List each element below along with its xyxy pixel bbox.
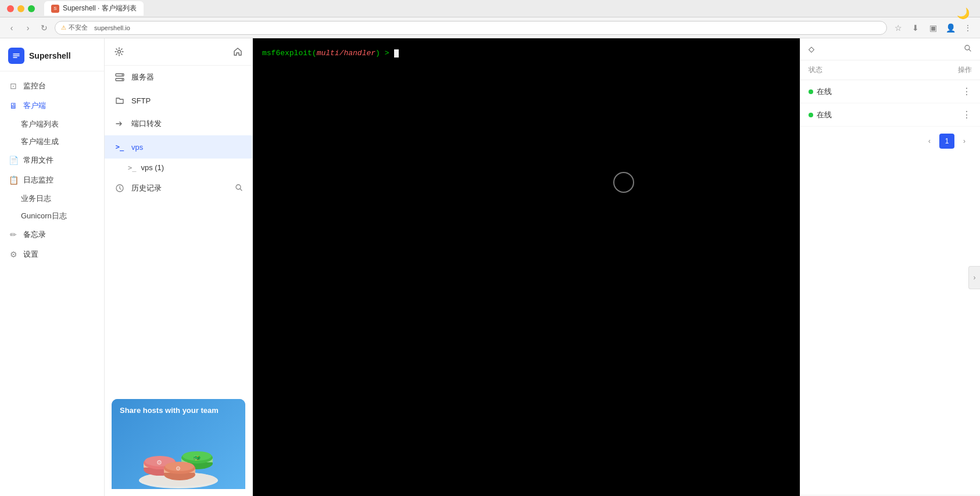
sidebar-label-biz-logs: 业务日志 [21, 193, 51, 204]
port-forward-label: 端口转发 [131, 118, 162, 129]
sidebar-label-logs: 日志监控 [23, 175, 53, 185]
row-actions-button[interactable]: ⋮ [962, 86, 972, 97]
sidebar-item-logs[interactable]: 📋 日志监控 [0, 170, 104, 190]
terminal-prompt: msf6 exploit( multi/handler ) > [262, 48, 791, 59]
address-url: supershell.io [94, 24, 130, 31]
minimize-button[interactable] [17, 5, 24, 12]
term-msf6: msf6 [262, 48, 280, 59]
servers-icon [114, 71, 126, 83]
vps-label: vps [131, 143, 143, 152]
profile-icon[interactable]: 👤 [944, 21, 957, 34]
sidebar-item-gunicorn-logs[interactable]: Gunicorn日志 [0, 207, 104, 225]
dark-mode-toggle[interactable]: 🌙 [954, 5, 972, 22]
sidebar-item-files[interactable]: 📄 常用文件 [0, 150, 104, 170]
close-button[interactable] [7, 5, 14, 12]
logs-icon: 📋 [8, 175, 19, 185]
menu-item-servers[interactable]: 服务器 [105, 66, 252, 89]
address-input[interactable]: ⚠ 不安全 supershell.io [55, 21, 887, 35]
servers-label: 服务器 [131, 72, 154, 82]
menu-item-sftp[interactable]: SFTP [105, 89, 252, 112]
vps-subitem[interactable]: >_ vps (1) [105, 159, 252, 177]
sidebar-item-settings[interactable]: ⚙ 设置 [0, 245, 104, 264]
right-table-header: 状态 操作 [800, 60, 980, 80]
pagination: ‹ 1 › [800, 127, 980, 156]
term-module: multi/handler [317, 48, 375, 59]
address-actions: ☆ ⬇ ▣ 👤 ⋮ 🌙 [892, 21, 974, 34]
vps-icon: >_ [114, 141, 126, 153]
invite-illustration: ⚙ 🐲 ⚙ [120, 419, 237, 489]
sidebar-label-client: 客户端 [23, 100, 46, 111]
address-bar: ‹ › ↻ ⚠ 不安全 supershell.io ☆ ⬇ ▣ 👤 ⋮ 🌙 [0, 17, 980, 38]
traffic-lights [7, 5, 35, 12]
invite-card: Share hosts with your team [112, 399, 245, 496]
right-panel: ◇ 状态 操作 在线 ⋮ 在线 ⋮ ‹ 1 [800, 38, 980, 496]
online-status-dot-2 [809, 113, 813, 117]
bookmark-icon[interactable]: ☆ [892, 21, 904, 34]
vps-term-icon: >_ [128, 164, 136, 172]
sidebar-label-client-list: 客户端列表 [21, 119, 59, 130]
files-icon: 📄 [8, 156, 19, 165]
refresh-button[interactable]: ↻ [38, 22, 50, 34]
sidebar-label-notes: 备忘录 [23, 229, 46, 240]
invite-card-top: Share hosts with your team [112, 399, 245, 489]
browser-tab[interactable]: S Supershell · 客户端列表 [44, 1, 144, 16]
notes-icon: ✏ [8, 230, 19, 239]
next-page-button[interactable]: › [957, 134, 972, 149]
status-text: 在线 [817, 87, 832, 97]
svg-point-5 [122, 79, 123, 80]
page-1-button[interactable]: 1 [939, 134, 954, 149]
row-actions-button-2[interactable]: ⋮ [962, 109, 972, 120]
maximize-button[interactable] [28, 5, 35, 12]
prev-page-button[interactable]: ‹ [922, 134, 937, 149]
forward-button[interactable]: › [22, 22, 34, 34]
menu-item-port-forward[interactable]: 端口转发 [105, 112, 252, 135]
svg-text:⚙: ⚙ [176, 465, 181, 472]
middle-header [105, 38, 252, 66]
sidebar-item-client-list[interactable]: 客户端列表 [0, 116, 104, 133]
right-search-button[interactable] [964, 44, 972, 54]
term-exploit: exploit( [280, 48, 316, 59]
sidebar-label-client-gen: 客户端生成 [21, 136, 59, 147]
invite-teammates-button[interactable]: INVITE TEAMMATES [112, 489, 245, 496]
more-icon[interactable]: ⋮ [961, 21, 974, 34]
back-button[interactable]: ‹ [6, 22, 17, 34]
home-icon-btn[interactable] [230, 44, 245, 59]
sidebar-item-client[interactable]: 🖥 客户端 [0, 96, 104, 116]
sftp-icon [114, 95, 126, 106]
lock-icon: ⚠ [61, 24, 66, 31]
svg-text:🐲: 🐲 [193, 454, 201, 462]
online-status-dot [809, 89, 813, 94]
menu-item-vps[interactable]: >_ vps [105, 135, 252, 159]
logo-icon [8, 48, 24, 64]
tab-icon: S [51, 5, 59, 13]
gear-icon-btn[interactable] [112, 44, 127, 59]
history-search-icon[interactable] [235, 184, 243, 193]
status-col-header: 状态 [809, 65, 855, 75]
sidebar-label-settings: 设置 [23, 249, 38, 260]
right-panel-collapse[interactable]: › [968, 266, 980, 289]
download-icon[interactable]: ⬇ [909, 21, 922, 34]
terminal-content[interactable]: msf6 exploit( multi/handler ) > [253, 38, 800, 496]
vps-subitem-label: vps (1) [141, 163, 164, 172]
port-forward-icon [114, 118, 126, 130]
tab-icon-btn[interactable]: ▣ [927, 21, 939, 34]
term-cursor [394, 49, 399, 57]
history-item[interactable]: 历史记录 [105, 177, 252, 200]
app-window: Supershell ⊡ 监控台 🖥 客户端 客户端列表 客户端生成 📄 常用文… [0, 38, 980, 496]
invite-card-title: Share hosts with your team [120, 406, 237, 415]
sidebar-item-client-gen[interactable]: 客户端生成 [0, 133, 104, 150]
sidebar-label-gunicorn-logs: Gunicorn日志 [21, 211, 67, 221]
term-close-paren: ) [375, 48, 380, 59]
monitor-icon: ⊡ [8, 81, 19, 91]
svg-text:⚙: ⚙ [156, 459, 162, 466]
address-security: 不安全 [69, 23, 88, 32]
browser-chrome: S Supershell · 客户端列表 [0, 0, 980, 17]
sidebar-item-monitor[interactable]: ⊡ 监控台 [0, 76, 104, 96]
middle-header-icons [112, 44, 127, 59]
middle-panel: 服务器 SFTP 端口转发 >_ vps [105, 38, 253, 496]
term-arrow: > [380, 48, 394, 59]
sidebar-item-biz-logs[interactable]: 业务日志 [0, 190, 104, 207]
history-icon [114, 182, 126, 194]
terminal-area[interactable]: msf6 exploit( multi/handler ) > [253, 38, 800, 496]
sidebar-item-notes[interactable]: ✏ 备忘录 [0, 225, 104, 245]
